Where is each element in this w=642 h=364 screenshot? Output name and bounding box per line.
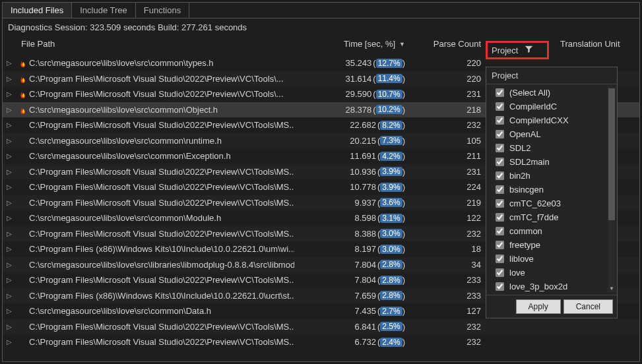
expand-icon[interactable]: ▷ <box>3 168 16 175</box>
filter-icon[interactable] <box>525 45 533 55</box>
tab-functions[interactable]: Functions <box>136 3 189 18</box>
time-value: 8.598 (3.1%) <box>354 213 405 223</box>
time-value: 6.732 (2.4%) <box>354 337 405 347</box>
filter-checkbox[interactable] <box>496 227 504 235</box>
expand-icon[interactable]: ▷ <box>3 199 16 206</box>
filter-checkbox[interactable] <box>496 255 504 263</box>
expand-icon[interactable]: ▷ <box>3 214 16 222</box>
apply-button[interactable]: Apply <box>516 299 561 314</box>
expand-icon[interactable]: ▷ <box>3 106 16 113</box>
parse-count-value: 122 <box>418 213 488 223</box>
filter-checkbox-item[interactable]: common <box>486 224 617 238</box>
filter-checkbox-item[interactable]: bin2h <box>486 169 617 183</box>
expand-icon[interactable]: ▷ <box>3 323 16 330</box>
filter-checkbox[interactable] <box>496 158 504 166</box>
scroll-down-icon[interactable]: ▼ <box>608 286 616 292</box>
filter-checkbox[interactable] <box>496 102 504 111</box>
header-time[interactable]: Time [sec, %] ▼ <box>306 39 418 49</box>
session-info: Diagnostics Session: 323.509 seconds Bui… <box>3 18 639 36</box>
filter-checkbox-item[interactable]: (Select All) <box>486 86 617 100</box>
header-parse-count[interactable]: Parse Count <box>418 39 488 49</box>
filter-checkbox-item[interactable]: love <box>486 266 617 280</box>
table-row[interactable]: ▷C:\Program Files\Microsoft Visual Studi… <box>3 334 639 350</box>
filter-checkbox-item[interactable]: cmTC_62e03 <box>486 197 617 210</box>
filter-item-label: common <box>509 226 542 236</box>
filter-checkbox-item[interactable]: OpenAL <box>486 127 617 141</box>
filter-checkbox[interactable] <box>496 282 504 291</box>
time-value: 7.435 (2.7%) <box>354 306 405 316</box>
expand-icon[interactable]: ▷ <box>3 276 16 284</box>
parse-count-value: 232 <box>418 229 488 239</box>
expand-icon[interactable]: ▷ <box>3 90 16 98</box>
time-value: 29.590 (10.7%) <box>346 89 405 99</box>
flame-icon <box>17 59 29 67</box>
filter-checkbox-item[interactable]: cmTC_f7dde <box>486 210 617 224</box>
file-path-text: C:\Program Files\Microsoft Visual Studio… <box>29 182 294 192</box>
filter-item-label: (Select All) <box>509 88 550 98</box>
expand-icon[interactable]: ▷ <box>3 137 16 144</box>
filter-checkbox-item[interactable]: SDL2main <box>486 155 617 169</box>
parse-count-value: 231 <box>418 89 488 99</box>
expand-icon[interactable]: ▷ <box>3 152 16 160</box>
filter-checkbox[interactable] <box>496 199 504 208</box>
filter-checkbox[interactable] <box>496 144 504 152</box>
parse-count-value: 18 <box>418 244 488 254</box>
filter-item-label: bin2h <box>509 171 530 181</box>
header-file-path[interactable]: File Path <box>16 39 306 49</box>
filter-checkbox[interactable] <box>496 116 504 125</box>
filter-item-label: SDL2main <box>509 157 550 167</box>
filter-checkbox[interactable] <box>496 171 504 180</box>
filter-checkbox[interactable] <box>496 185 504 194</box>
flame-icon <box>17 106 29 114</box>
tab-included-files[interactable]: Included Files <box>3 3 72 18</box>
expand-icon[interactable]: ▷ <box>3 121 16 129</box>
filter-checkbox[interactable] <box>496 213 504 222</box>
filter-checkbox-item[interactable]: bsincgen <box>486 183 617 197</box>
filter-checkbox-item[interactable]: SDL2 <box>486 141 617 155</box>
parse-count-value: 233 <box>418 291 488 301</box>
expand-icon[interactable]: ▷ <box>3 292 16 299</box>
expand-icon[interactable]: ▷ <box>3 59 16 67</box>
filter-item-label: bsincgen <box>509 185 544 195</box>
expand-icon[interactable]: ▷ <box>3 230 16 237</box>
flame-icon <box>17 75 29 83</box>
file-path-text: C:\Program Files\Microsoft Visual Studio… <box>29 229 294 239</box>
expand-icon[interactable]: ▷ <box>3 338 16 346</box>
scroll-thumb[interactable] <box>608 88 615 220</box>
project-filter-dropdown: Project (Select All)CompilerIdCCompilerI… <box>486 67 618 318</box>
file-path-text: C:\Program Files\Microsoft Visual Studio… <box>29 322 294 332</box>
filter-checkbox-item[interactable]: CompilerIdCXX <box>486 113 617 127</box>
filter-checkbox[interactable] <box>496 88 504 97</box>
time-value: 7.659 (2.8%) <box>354 291 405 301</box>
filter-item-label: cmTC_62e03 <box>509 198 561 208</box>
filter-checkbox[interactable] <box>496 130 504 138</box>
tab-include-tree[interactable]: Include Tree <box>72 3 136 18</box>
parse-count-value: 34 <box>418 260 488 270</box>
file-path-text: C:\Program Files (x86)\Windows Kits\10\I… <box>29 244 294 254</box>
time-value: 6.841 (2.5%) <box>354 322 405 332</box>
filter-checkbox[interactable] <box>496 268 504 277</box>
filter-checkbox-item[interactable]: CompilerIdC <box>486 100 617 113</box>
time-value: 10.936 (3.9%) <box>350 167 405 177</box>
table-row[interactable]: ▷C:\Program Files\Microsoft Visual Studi… <box>3 319 639 335</box>
expand-icon[interactable]: ▷ <box>3 245 16 253</box>
file-path-text: C:\src\megasource\libs\love\src\common\r… <box>29 136 294 146</box>
file-path-text: C:\Program Files\Microsoft Visual Studio… <box>29 198 294 208</box>
filter-checkbox-item[interactable]: love_3p_box2d <box>486 280 617 293</box>
filter-checkbox-item[interactable]: liblove <box>486 252 617 266</box>
parse-count-value: 231 <box>418 167 488 177</box>
expand-icon[interactable]: ▷ <box>3 75 16 82</box>
header-project-highlight[interactable]: Project <box>486 41 549 59</box>
expand-icon[interactable]: ▷ <box>3 307 16 315</box>
parse-count-value: 218 <box>418 105 488 115</box>
filter-checkbox[interactable] <box>496 241 504 249</box>
dropdown-scrollbar[interactable]: ▲ ▼ <box>608 87 616 292</box>
expand-icon[interactable]: ▷ <box>3 183 16 191</box>
filter-item-label: CompilerIdCXX <box>509 115 569 125</box>
header-translation-unit[interactable]: Translation Unit <box>554 39 639 49</box>
expand-icon[interactable]: ▷ <box>3 261 16 268</box>
file-path-text: C:\src\megasource\libs\love\src\librarie… <box>29 260 294 270</box>
time-value: 7.804 (2.8%) <box>354 275 405 285</box>
cancel-button[interactable]: Cancel <box>563 299 613 314</box>
filter-checkbox-item[interactable]: freetype <box>486 238 617 252</box>
